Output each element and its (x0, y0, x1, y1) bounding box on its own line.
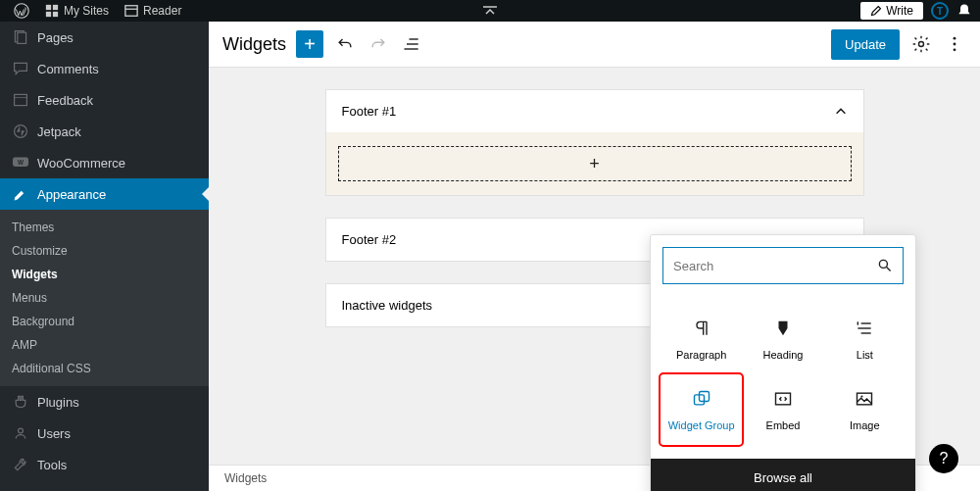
write-label: Write (886, 4, 913, 18)
sidebar-label: Users (37, 426, 71, 441)
appearance-submenu: Themes Customize Widgets Menus Backgroun… (0, 210, 209, 386)
users-icon (12, 424, 29, 442)
add-block-appender[interactable]: + (338, 146, 852, 181)
svg-point-29 (954, 48, 956, 51)
write-button[interactable]: Write (860, 2, 923, 20)
sidebar-label: Comments (37, 62, 99, 76)
inserter-search[interactable] (662, 247, 904, 284)
admin-sidebar: Pages Comments Feedback Jetpack WWooComm… (0, 22, 209, 491)
block-inserter-popover: Paragraph Heading List Widget Group Embe… (650, 234, 916, 491)
svg-rect-5 (125, 6, 137, 17)
sidebar-item-feedback[interactable]: Feedback (0, 84, 209, 116)
page-icon (12, 28, 29, 46)
sidebar-label: Pages (37, 30, 74, 45)
wp-logo[interactable] (8, 3, 35, 19)
heading-icon (772, 318, 794, 339)
breadcrumb-label: Widgets (224, 471, 267, 485)
submenu-themes[interactable]: Themes (0, 216, 209, 239)
feedback-icon (12, 91, 29, 109)
widget-area-title: Inactive widgets (342, 298, 433, 313)
more-options-icon[interactable] (943, 32, 966, 56)
sidebar-label: Plugins (37, 395, 79, 410)
search-icon (877, 258, 893, 273)
widget-area-header[interactable]: Footer #1 (326, 90, 863, 132)
reader-link[interactable]: Reader (119, 4, 187, 18)
sidebar-item-jetpack[interactable]: Jetpack (0, 116, 209, 147)
add-block-button[interactable]: + (296, 30, 323, 58)
submenu-amp[interactable]: AMP (0, 333, 209, 357)
submenu-background[interactable]: Background (0, 310, 209, 333)
appearance-icon (12, 185, 29, 203)
block-option-paragraph[interactable]: Paragraph (661, 304, 742, 374)
svg-point-26 (919, 42, 924, 47)
embed-icon (772, 388, 794, 410)
widgets-canvas: Footer #1 + Footer #2 Inactive widgets (209, 68, 980, 491)
help-button[interactable]: ? (929, 444, 958, 473)
sidebar-label: Jetpack (37, 124, 81, 139)
sidebar-item-pages[interactable]: Pages (0, 22, 209, 53)
search-input[interactable] (673, 259, 877, 273)
my-sites-label: My Sites (64, 4, 109, 18)
svg-rect-3 (46, 12, 51, 17)
sidebar-item-tools[interactable]: Tools (0, 449, 209, 480)
sidebar-item-plugins[interactable]: Plugins (0, 386, 209, 417)
undo-button[interactable] (333, 32, 357, 56)
user-avatar[interactable]: T (931, 2, 949, 20)
svg-point-12 (15, 125, 27, 138)
block-option-list[interactable]: List (824, 304, 906, 374)
block-label: Paragraph (676, 349, 726, 361)
browse-all-button[interactable]: Browse all (651, 459, 915, 491)
scroll-top-icon[interactable] (483, 6, 497, 16)
settings-gear-icon[interactable] (909, 32, 933, 56)
sidebar-item-appearance[interactable]: Appearance (0, 178, 209, 210)
notifications-icon[interactable] (956, 3, 972, 19)
my-sites-link[interactable]: My Sites (39, 4, 115, 18)
sidebar-item-woocommerce[interactable]: WWooCommerce (0, 147, 209, 178)
page-title: Widgets (222, 34, 286, 55)
update-button[interactable]: Update (831, 29, 900, 60)
svg-point-15 (19, 428, 24, 433)
sidebar-item-users[interactable]: Users (0, 417, 209, 449)
block-option-image[interactable]: Image (824, 374, 906, 445)
widget-area-title: Footer #1 (342, 104, 397, 119)
svg-rect-9 (18, 32, 26, 43)
sidebar-label: WooCommerce (37, 156, 125, 171)
svg-rect-39 (858, 393, 872, 405)
settings-icon (12, 487, 29, 491)
woocommerce-icon: W (12, 154, 29, 172)
redo-button[interactable] (367, 32, 390, 56)
block-option-heading[interactable]: Heading (742, 304, 823, 374)
block-label: Image (850, 419, 880, 431)
block-label: Heading (763, 349, 804, 361)
block-label: Embed (766, 419, 801, 431)
svg-rect-38 (775, 393, 790, 405)
list-view-button[interactable] (400, 32, 423, 56)
chevron-up-icon (834, 105, 848, 119)
submenu-menus[interactable]: Menus (0, 286, 209, 310)
svg-point-27 (954, 37, 956, 40)
svg-rect-4 (53, 12, 58, 17)
svg-rect-2 (53, 5, 58, 10)
sidebar-item-settings[interactable]: Settings (0, 480, 209, 491)
submenu-widgets[interactable]: Widgets (0, 263, 209, 286)
sidebar-label: Feedback (37, 93, 93, 108)
block-option-widget-group[interactable]: Widget Group (661, 374, 742, 445)
admin-topbar: My Sites Reader Write T (0, 0, 980, 22)
svg-rect-1 (46, 5, 51, 10)
svg-text:W: W (18, 159, 24, 166)
submenu-customize[interactable]: Customize (0, 239, 209, 263)
image-icon (854, 388, 875, 410)
block-label: Widget Group (668, 419, 735, 431)
sidebar-item-comments[interactable]: Comments (0, 53, 209, 84)
jetpack-icon (12, 123, 29, 140)
plugin-icon (12, 393, 29, 411)
block-label: List (857, 349, 873, 361)
list-icon (854, 318, 875, 339)
tools-icon (12, 456, 29, 473)
svg-point-28 (954, 43, 956, 46)
block-option-embed[interactable]: Embed (742, 374, 823, 445)
submenu-additional-css[interactable]: Additional CSS (0, 357, 209, 380)
sidebar-label: Tools (37, 458, 67, 472)
reader-label: Reader (143, 4, 181, 18)
svg-point-30 (879, 260, 887, 268)
